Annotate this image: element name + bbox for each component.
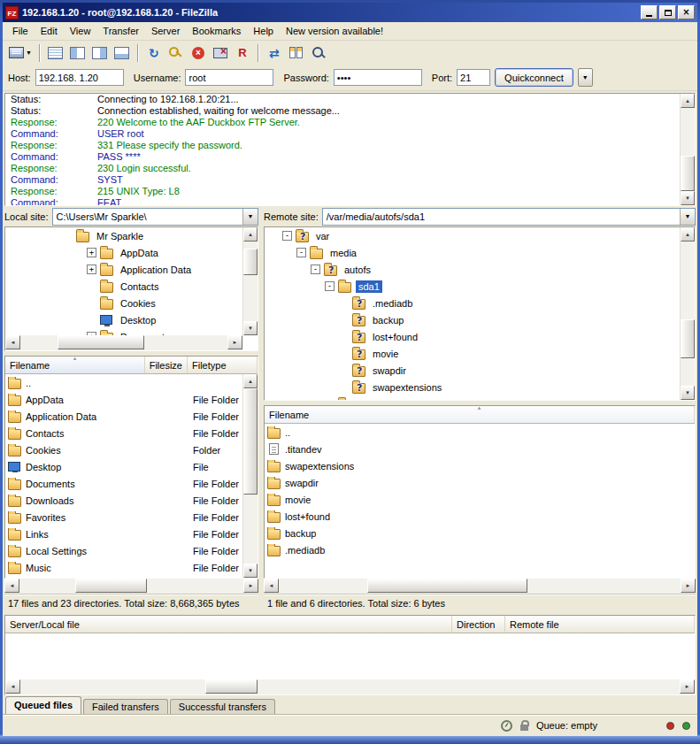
local-tree-horizontal-scrollbar[interactable]: ◄ ► — [5, 335, 242, 350]
tree-item[interactable]: lost+found — [265, 328, 680, 345]
tree-item[interactable]: movie — [265, 345, 680, 362]
scroll-left-button[interactable]: ◄ — [5, 679, 20, 694]
scrollbar-track[interactable] — [279, 579, 681, 594]
menu-new-version[interactable]: New version available! — [280, 23, 389, 40]
file-row[interactable]: .. — [5, 374, 242, 391]
scroll-left-button[interactable]: ◄ — [5, 335, 20, 349]
tab-successful-transfers[interactable]: Successful transfers — [170, 699, 275, 714]
collapse-icon[interactable]: - — [325, 281, 335, 291]
menu-transfer[interactable]: Transfer — [96, 23, 145, 40]
scrollbar-thumb[interactable] — [367, 579, 528, 593]
file-row[interactable]: DownloadsFile Folder — [5, 492, 242, 509]
minimize-button[interactable] — [641, 5, 658, 19]
menu-view[interactable]: View — [64, 23, 97, 40]
tree-item[interactable]: Desktop — [5, 311, 242, 328]
scroll-left-button[interactable]: ◄ — [4, 579, 19, 593]
scrollbar-thumb[interactable] — [243, 388, 258, 495]
collapse-icon[interactable]: - — [311, 265, 320, 274]
cancel-button[interactable]: × — [188, 42, 209, 63]
log-vertical-scrollbar[interactable]: ▲ ▼ — [680, 94, 695, 205]
tab-queued-files[interactable]: Queued files — [5, 696, 81, 714]
quickconnect-button[interactable]: Quickconnect — [495, 68, 573, 87]
scroll-up-button[interactable]: ▲ — [681, 227, 695, 242]
file-row[interactable]: CookiesFolder — [5, 441, 242, 458]
column-header-filename[interactable]: ▲Filename — [5, 357, 145, 373]
file-row[interactable]: FavoritesFile Folder — [5, 509, 242, 525]
toggle-message-log-button[interactable] — [45, 42, 66, 63]
file-row[interactable]: AppDataFile Folder — [5, 391, 242, 408]
tree-item-selected[interactable]: -sda1 — [265, 278, 680, 295]
file-row[interactable]: ContactsFile Folder — [5, 425, 242, 441]
scroll-down-button[interactable]: ▼ — [681, 386, 695, 400]
username-input[interactable] — [185, 69, 273, 86]
scrollbar-track[interactable] — [243, 242, 258, 321]
local-tree-vertical-scrollbar[interactable]: ▲ ▼ — [242, 227, 258, 335]
file-row[interactable]: MusicFile Folder — [5, 559, 242, 576]
collapse-icon[interactable]: - — [296, 248, 306, 257]
scrollbar-track[interactable] — [681, 108, 695, 191]
tree-item[interactable]: swapdir — [265, 362, 680, 379]
remote-list-horizontal-scrollbar[interactable]: ◄ ► — [264, 579, 696, 594]
tree-item[interactable]: -var — [265, 227, 680, 244]
scrollbar-track[interactable] — [243, 388, 258, 564]
scroll-up-button[interactable]: ▲ — [243, 227, 258, 242]
scroll-right-button[interactable]: ► — [681, 579, 696, 593]
menu-help[interactable]: Help — [247, 23, 280, 40]
toggle-queue-button[interactable] — [112, 42, 133, 63]
local-list-horizontal-scrollbar[interactable]: ◄ ► — [4, 579, 258, 594]
scroll-right-button[interactable]: ► — [680, 679, 695, 694]
local-list-vertical-scrollbar[interactable]: ▲ ▼ — [242, 374, 258, 578]
scroll-up-button[interactable]: ▲ — [681, 94, 695, 108]
tree-item[interactable]: +AppData — [5, 244, 242, 261]
file-row[interactable]: .titandev — [265, 441, 695, 457]
expand-icon[interactable]: + — [87, 248, 96, 257]
scroll-down-button[interactable]: ▼ — [243, 321, 258, 335]
scroll-down-button[interactable]: ▼ — [243, 564, 258, 578]
reconnect-button[interactable]: R — [232, 42, 253, 63]
file-row[interactable]: Application DataFile Folder — [5, 408, 242, 425]
scrollbar-thumb[interactable] — [681, 156, 695, 191]
port-input[interactable] — [457, 69, 490, 86]
column-header-direction[interactable]: Direction — [452, 616, 505, 633]
local-site-combobox[interactable]: C:\Users\Mr Sparkle\ ▼ — [52, 208, 258, 226]
host-input[interactable] — [35, 69, 124, 86]
file-row[interactable]: DesktopFile — [5, 458, 242, 475]
synchronized-browsing-button[interactable]: ⇄ — [264, 42, 285, 63]
scrollbar-track[interactable] — [681, 242, 695, 386]
tree-item[interactable]: +Documents — [5, 328, 242, 335]
tree-item[interactable]: Mr Sparkle — [5, 227, 242, 244]
tree-item[interactable]: swapextensions — [265, 379, 680, 395]
tree-item[interactable]: .mediadb — [265, 295, 680, 311]
lock-icon[interactable] — [520, 725, 528, 731]
close-button[interactable]: × — [678, 5, 695, 19]
password-input[interactable] — [334, 69, 422, 86]
column-header-filesize[interactable]: Filesize — [145, 357, 188, 373]
file-row[interactable]: backup — [265, 525, 695, 541]
file-row[interactable]: .mediadb — [265, 541, 695, 558]
tree-item[interactable]: dvd — [265, 395, 680, 400]
file-row[interactable]: lost+found — [265, 508, 695, 525]
column-header-server-local-file[interactable]: Server/Local file — [5, 616, 452, 633]
quickconnect-dropdown-button[interactable]: ▼ — [578, 68, 593, 87]
expand-icon[interactable]: + — [87, 265, 96, 274]
column-header-remote-file[interactable]: Remote file — [505, 616, 695, 633]
toggle-remote-tree-button[interactable] — [89, 42, 111, 63]
refresh-button[interactable]: ↻ — [143, 42, 165, 63]
tree-item[interactable]: +Application Data — [5, 261, 242, 278]
scrollbar-track[interactable] — [20, 679, 680, 694]
file-row[interactable]: swapextensions — [265, 457, 695, 474]
maximize-button[interactable] — [659, 5, 676, 19]
column-header-filetype[interactable]: Filetype — [188, 357, 258, 373]
menu-bookmarks[interactable]: Bookmarks — [186, 23, 247, 40]
scrollbar-thumb[interactable] — [681, 319, 695, 358]
menu-server[interactable]: Server — [145, 23, 186, 40]
tree-item[interactable]: -media — [265, 244, 680, 261]
menu-file[interactable]: File — [6, 23, 35, 40]
menu-edit[interactable]: Edit — [35, 23, 64, 40]
find-files-button[interactable] — [308, 42, 329, 63]
scroll-right-button[interactable]: ► — [243, 579, 258, 593]
file-row[interactable]: .. — [265, 424, 695, 441]
scroll-up-button[interactable]: ▲ — [243, 374, 258, 388]
collapse-icon[interactable]: - — [282, 231, 292, 241]
scroll-left-button[interactable]: ◄ — [264, 579, 279, 593]
